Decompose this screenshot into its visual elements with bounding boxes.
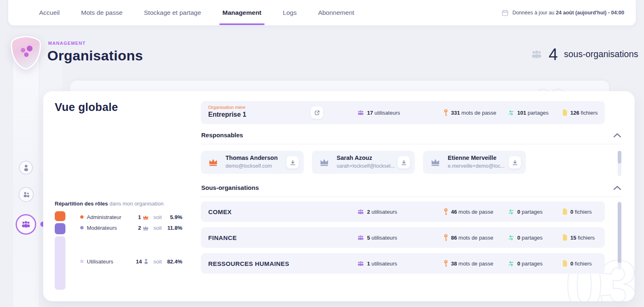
download-button[interactable] [509,156,521,169]
three-people-icon [21,221,31,228]
download-button[interactable] [398,156,410,169]
download-icon [401,159,407,166]
divider [201,196,621,197]
suborg-row-comex[interactable]: COMEX 2 utilisateurs 46 mots de passe 0 … [201,201,605,222]
bar-segment-utilisateurs [55,236,65,290]
legend-percent: 82.4% [164,259,182,265]
parent-org-name: Entreprise 1 [208,111,246,118]
crown-icon [209,158,218,166]
suborg-count-label: sous-organisations [564,49,638,60]
share-arrows-icon [508,235,514,241]
responsable-name: Sarah Azouz [337,155,372,161]
share-arrows-icon [508,261,514,267]
stat-passwords: 86 mots de passe [444,227,493,248]
legend-count: 2 [132,225,141,231]
stat-shares: 0 partages [508,201,542,222]
file-icon [562,260,567,267]
legend-row-administrateur: Administrateur 1 soit 5.9% [80,214,182,220]
responsable-email: demo@lockself.com [226,163,272,169]
parent-org-label: Organisation mère [208,105,246,110]
download-button[interactable] [286,156,299,169]
file-icon [562,234,567,241]
crown-icon [143,225,149,231]
bar-segment-moderateurs [55,223,65,234]
suborg-name: FINANCE [208,227,237,248]
suborg-row-ressources-humaines[interactable]: RESSOURCES HUMAINES 1 utilisateurs 38 mo… [201,253,605,274]
tab-logs[interactable]: Logs [283,0,297,25]
users-icon [357,261,364,266]
responsable-email: e.merveille+demo@loc... [448,163,505,169]
legend-row-utilisateurs: Utilisateurs 14 soit 82.4% [80,258,182,265]
key-icon [444,208,448,216]
page-title: Organisations [47,48,143,64]
stacked-bar [55,211,65,290]
open-org-button[interactable] [311,106,323,119]
responsable-card: Etienne Merveille e.merveille+demo@loc..… [423,151,526,174]
stat-passwords: 38 mots de passe [444,253,493,274]
tab-abonnement[interactable]: Abonnement [318,0,354,25]
sidebar-step-user[interactable] [19,161,33,175]
legend-label: Administrateur [87,214,121,220]
collapse-responsables-chevron-up-icon[interactable] [613,132,621,138]
page-eyebrow: MANAGEMENT [48,41,86,46]
suborgs-scrollbar[interactable] [618,201,621,270]
stat-passwords: 331 mots de passe [444,101,496,124]
active-tab-underline [219,23,265,25]
crown-icon [320,158,329,166]
responsable-name: Etienne Merveille [448,155,496,161]
top-navigation: Accueil Mots de passe Stockage et partag… [8,0,636,25]
download-icon [290,159,296,166]
suborg-row-finance[interactable]: FINANCE 5 utilisateurs 86 mots de passe … [201,227,605,248]
sidebar-step-organisations-active[interactable] [16,214,36,235]
legend-count: 14 [133,259,142,265]
app-logo-shield [9,35,43,72]
scrollbar-thumb[interactable] [618,151,621,164]
stat-files: 0 fichiers [562,253,592,274]
tab-stockage-et-partage[interactable]: Stockage et partage [144,0,201,25]
share-arrows-icon [508,110,514,116]
calendar-icon [502,9,509,16]
stat-files: 0 fichiers [562,201,592,222]
responsable-card: Thomas Anderson demo@lockself.com [201,151,304,174]
crown-icon [143,215,149,220]
soit-label: soit [153,214,162,220]
legend-percent: 11.8% [164,225,182,231]
chart-title: Répartition des rôles dans mon organisat… [55,201,183,207]
soit-label: soit [153,259,162,265]
person-icon [144,259,149,264]
file-icon [562,109,567,116]
download-icon [512,159,518,166]
suborg-counter: 4 sous-organisations [531,45,638,64]
left-decor-track [13,44,39,307]
divider [201,144,621,144]
collapse-suborgs-chevron-up-icon[interactable] [613,185,621,191]
legend-row-moderateurs: Modérateurs 2 soit 11.8% [80,224,182,231]
suborgs-heading: Sous-organisations [201,184,259,191]
tab-management[interactable]: Management [223,0,262,25]
file-icon [562,208,567,215]
legend-bullet [80,215,84,219]
stat-users: 17 utilisateurs [357,101,400,124]
stat-files: 15 fichiers [562,227,595,248]
legend-percent: 5.9% [164,214,182,220]
suborg-name: COMEX [208,201,232,222]
legend-label: Utilisateurs [87,259,113,265]
chart-role-distribution: Répartition des rôles dans mon organisat… [55,201,183,295]
responsables-scrollbar[interactable] [618,151,621,176]
legend-bullet [80,260,84,263]
nav-tabs: Accueil Mots de passe Stockage et partag… [39,0,354,25]
data-updated-status: Données à jour au 24 août (aujourd'hui) … [502,9,624,16]
users-icon [357,110,364,115]
tab-accueil[interactable]: Accueil [39,0,60,25]
sidebar-step-users[interactable] [19,187,34,202]
tab-mots-de-passe[interactable]: Mots de passe [81,0,123,25]
stat-files: 126 fichiers [562,101,598,124]
stat-passwords: 46 mots de passe [444,201,493,222]
legend-count: 1 [132,214,141,220]
updated-text: Données à jour au 24 août (aujourd'hui) … [512,10,624,16]
suborg-count: 4 [549,45,558,64]
soit-label: soit [153,225,162,231]
stat-shares: 101 partages [508,101,549,124]
scrollbar-thumb[interactable] [618,202,621,263]
legend-bullet [80,226,84,229]
